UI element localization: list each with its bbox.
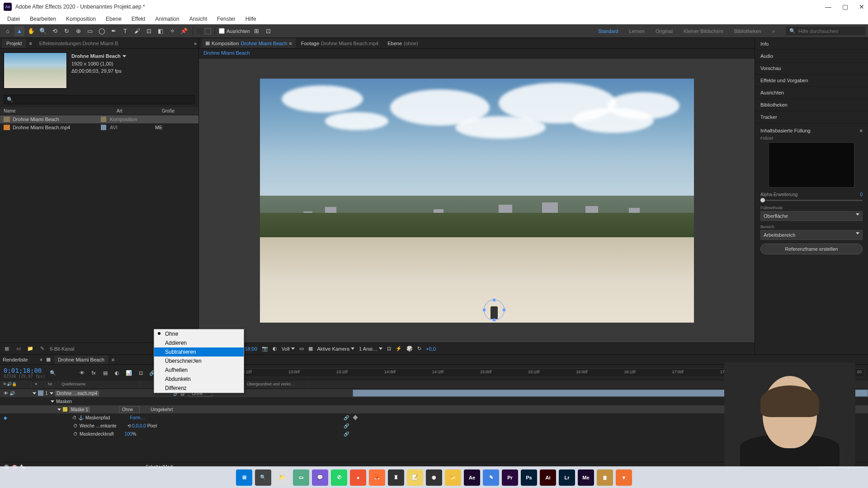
- taskbar-chat[interactable]: 💬: [312, 469, 328, 486]
- snap2-icon[interactable]: ⊡: [264, 26, 274, 36]
- menu-help[interactable]: Hilfe: [241, 14, 261, 23]
- stamp-tool[interactable]: ⊡: [144, 26, 154, 36]
- rect-tool[interactable]: ▭: [85, 26, 95, 36]
- pixel-icon[interactable]: ⊡: [387, 346, 391, 352]
- minimize-button[interactable]: —: [825, 3, 831, 10]
- graph-icon[interactable]: 📊: [124, 368, 134, 378]
- interpret-footage-icon[interactable]: ▦: [3, 345, 11, 353]
- taskbar-app4[interactable]: 🗑: [597, 469, 613, 486]
- panel-effects[interactable]: Effekte und Vorgaben: [755, 75, 868, 87]
- menu-animation[interactable]: Animation: [151, 14, 184, 23]
- roto-tool[interactable]: ✧: [167, 26, 177, 36]
- tab-composition[interactable]: ▦ Komposition Drohne Miami Beach ≡: [202, 38, 296, 48]
- new-folder-icon[interactable]: 📁: [26, 345, 34, 353]
- panel-tracker[interactable]: Tracker: [755, 111, 868, 123]
- taskbar-app3[interactable]: ✎: [483, 469, 499, 486]
- puppet-tool[interactable]: 📌: [179, 26, 189, 36]
- col-header-name[interactable]: Name: [4, 108, 108, 113]
- menu-layer[interactable]: Ebene: [101, 14, 126, 23]
- mask-ellipse-selection[interactable]: [484, 300, 505, 320]
- rotate-tool[interactable]: ↻: [61, 26, 71, 36]
- zoom-tool[interactable]: 🔍: [38, 26, 48, 36]
- transparency-icon[interactable]: ▦: [308, 346, 313, 352]
- fx-icon[interactable]: fx: [89, 368, 99, 378]
- comp-breadcrumb[interactable]: Drohne Miami Beach: [199, 49, 755, 59]
- col-header-size[interactable]: Große: [162, 108, 195, 113]
- comp-viewer[interactable]: [199, 59, 755, 343]
- taskbar-explorer[interactable]: 📁: [274, 469, 290, 486]
- workspace-original[interactable]: Original: [656, 28, 673, 34]
- roi-icon[interactable]: ▭: [299, 346, 304, 352]
- camera-dropdown[interactable]: Aktive Kamera: [317, 346, 355, 352]
- taskbar-lr[interactable]: Lr: [559, 469, 575, 486]
- range-dropdown[interactable]: Arbeitsbereich: [760, 230, 863, 240]
- channel-icon[interactable]: ◐: [273, 346, 277, 352]
- taskbar-obs[interactable]: ◉: [426, 469, 442, 486]
- views-dropdown[interactable]: 1 Ansi…: [359, 346, 382, 352]
- workspace-small[interactable]: Kleiner Bildschirm: [684, 28, 723, 34]
- orbit-tool[interactable]: ⟲: [50, 26, 60, 36]
- tab-project[interactable]: Projekt: [2, 39, 26, 48]
- tab-render-queue[interactable]: Renderliste: [3, 357, 28, 362]
- alpha-value[interactable]: 0: [860, 192, 863, 197]
- taskbar-windows[interactable]: ⊞: [236, 469, 252, 486]
- taskbar-folder[interactable]: 📂: [445, 469, 461, 486]
- dropdown-item-add[interactable]: Addieren: [154, 338, 244, 347]
- close-tab-icon[interactable]: ×: [40, 357, 42, 362]
- fill-swatch[interactable]: [197, 28, 203, 34]
- taskbar-note[interactable]: 📝: [407, 469, 423, 486]
- fast-preview-icon[interactable]: ⚡: [396, 346, 402, 352]
- panel-libraries[interactable]: Bibliotheken: [755, 99, 868, 111]
- taskbar-app5[interactable]: ▼: [616, 469, 632, 486]
- maximize-button[interactable]: ▢: [842, 3, 848, 10]
- selection-tool[interactable]: ▲: [14, 26, 24, 36]
- comp-dropdown-icon[interactable]: [123, 55, 126, 57]
- dropdown-item-darken[interactable]: Abdunkeln: [154, 375, 244, 384]
- home-tool[interactable]: ⌂: [3, 26, 13, 36]
- 3d-icon[interactable]: 🎲: [406, 346, 413, 352]
- project-item-comp[interactable]: Drohne Miami Beach Komposition: [0, 115, 198, 123]
- workspace-standard[interactable]: Standard: [598, 28, 618, 34]
- align-checkbox[interactable]: [219, 28, 225, 34]
- tab-layer[interactable]: Ebene (ohne): [384, 39, 422, 48]
- project-item-footage[interactable]: Drohne Miami Beach.mp4 AVI ME: [0, 123, 198, 131]
- help-search-input[interactable]: [798, 28, 862, 34]
- adjust-icon[interactable]: ↻: [417, 346, 421, 352]
- close-button[interactable]: ✕: [859, 3, 864, 10]
- workspace-learn[interactable]: Lernen: [629, 28, 645, 34]
- menu-effect[interactable]: Effekt: [127, 14, 150, 23]
- brush-tool[interactable]: 🖌: [132, 26, 142, 36]
- taskbar-app2[interactable]: ♜: [388, 469, 404, 486]
- text-tool[interactable]: T: [120, 26, 130, 36]
- taskbar-search[interactable]: 🔍: [255, 469, 271, 486]
- taskbar-firefox[interactable]: 🦊: [369, 469, 385, 486]
- tab-timeline-comp[interactable]: Drohne Miami Beach: [54, 356, 108, 364]
- anchor-tool[interactable]: ⊕: [73, 26, 83, 36]
- panel-info[interactable]: Info: [755, 38, 868, 50]
- panel-expand-icon[interactable]: »: [194, 41, 197, 46]
- frame-blend-icon[interactable]: ▤: [100, 368, 110, 378]
- draft3d-icon[interactable]: ⊡: [136, 368, 146, 378]
- current-time[interactable]: 0;01;18;00: [4, 367, 45, 374]
- dropdown-item-subtract[interactable]: Subtrahieren: [154, 347, 244, 357]
- resolution-dropdown[interactable]: Voll: [282, 346, 295, 352]
- taskbar-whatsapp[interactable]: ✆: [331, 469, 347, 486]
- shy-icon[interactable]: 👁: [77, 368, 87, 378]
- dropdown-item-difference[interactable]: Differenz: [154, 384, 244, 393]
- adjust-icon[interactable]: ✎: [38, 345, 46, 353]
- taskbar-task[interactable]: ▭: [293, 469, 309, 486]
- alpha-slider[interactable]: [760, 200, 863, 201]
- tab-footage[interactable]: Footage Drohne Miami Beach.mp4: [297, 39, 382, 48]
- bit-depth[interactable]: 8-Bit-Kanal: [50, 346, 74, 352]
- taskbar-ps[interactable]: Ps: [521, 469, 537, 486]
- tab-effect-controls[interactable]: Effekteinstellungen Drohne Miami B: [35, 39, 123, 48]
- snap-icon[interactable]: ⊞: [252, 26, 262, 36]
- dropdown-item-lighten[interactable]: Aufhellen: [154, 366, 244, 375]
- taskbar-ai[interactable]: Ai: [540, 469, 556, 486]
- menu-file[interactable]: Datei: [3, 14, 24, 23]
- menu-composition[interactable]: Komposition: [61, 14, 100, 23]
- taskbar-me[interactable]: Me: [578, 469, 594, 486]
- create-reference-button[interactable]: Referenzframe erstellen: [760, 244, 863, 254]
- workspace-libraries[interactable]: Bibliotheken: [734, 28, 761, 34]
- col-header-type[interactable]: Art: [117, 108, 162, 113]
